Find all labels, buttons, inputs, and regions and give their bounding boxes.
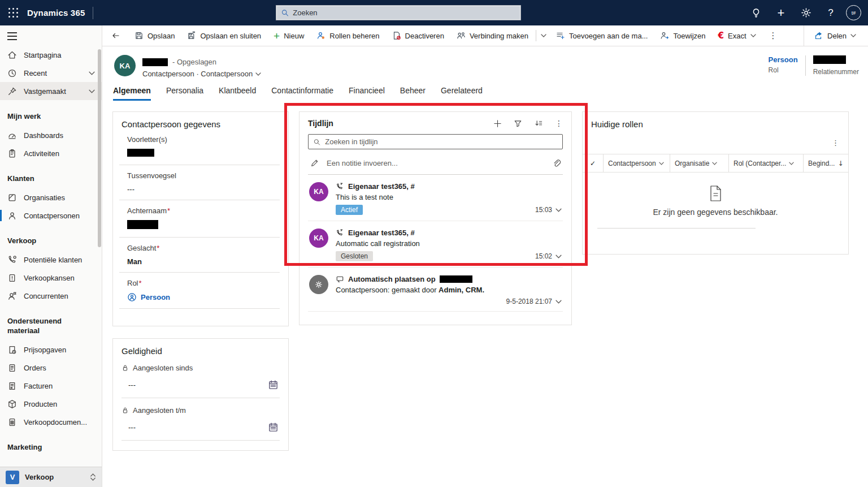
deactivate-icon xyxy=(392,31,401,40)
plus-icon: + xyxy=(274,31,280,41)
roles-more-icon[interactable]: ⋮ xyxy=(832,139,839,147)
add-icon[interactable] xyxy=(493,119,502,128)
sidebar-item-verkoopdocumenten[interactable]: Verkoopdocumen... xyxy=(0,413,102,431)
record-entity-switcher[interactable]: Contactpersoon · Contactpersoon xyxy=(142,70,261,78)
calendar-icon[interactable] xyxy=(268,380,279,390)
sidebar-item-contactpersonen[interactable]: Contactpersonen xyxy=(0,206,102,225)
overflow-menu-button[interactable]: ⋮ xyxy=(762,31,784,41)
sidebar-item-facturen[interactable]: Facturen xyxy=(0,377,102,395)
field-aangesloten-tm-label: Aangesloten t/m xyxy=(121,406,280,415)
timeline-entry-autopost[interactable]: Automatisch plaatsen op Contactpersoon: … xyxy=(308,268,563,312)
global-search-box[interactable] xyxy=(276,5,521,20)
back-button[interactable] xyxy=(102,31,128,40)
field-tussenvoegsel[interactable]: Tussenvoegsel --- xyxy=(121,171,280,193)
empty-text: Er zijn geen gegevens beschikbaar. xyxy=(583,208,848,217)
assign-button[interactable]: Toewijzen xyxy=(654,25,711,46)
entry-time-toggle[interactable]: 15:02 xyxy=(535,252,562,260)
sidebar-scrollbar[interactable] xyxy=(98,49,101,247)
chevron-down-icon xyxy=(659,162,664,165)
timeline-entry-call[interactable]: KA Eigenaar test365, # Automatic call re… xyxy=(308,221,563,268)
sidebar-item-activiteiten[interactable]: Activiteiten xyxy=(0,144,102,162)
sidebar-section-marketing: Marketing xyxy=(0,431,102,457)
save-button[interactable]: Opslaan xyxy=(128,25,181,46)
area-switcher[interactable]: V Verkoop xyxy=(0,467,102,487)
tab-beheer[interactable]: Beheer xyxy=(400,86,426,101)
manage-roles-button[interactable]: Rollen beheren xyxy=(310,25,385,46)
field-geslacht[interactable]: Geslacht* Man xyxy=(121,244,280,266)
entry-body: This is a test note xyxy=(336,193,562,201)
column-organisatie[interactable]: Organisatie xyxy=(670,154,728,172)
exact-button[interactable]: € Exact xyxy=(712,25,762,46)
sidebar-item-recent[interactable]: Recent xyxy=(0,64,102,82)
calendar-icon[interactable] xyxy=(268,422,279,433)
field-achternaam[interactable]: Achternaam* xyxy=(121,206,280,231)
sidebar-item-potentiele-klanten[interactable]: Potentiële klanten xyxy=(0,251,102,269)
sidebar-item-vastgemaakt[interactable]: Vastgemaakt xyxy=(0,82,102,100)
role-value[interactable]: Persoon xyxy=(769,55,798,64)
column-begindatum[interactable]: Begind... ↓ xyxy=(803,154,848,172)
app-title[interactable]: Dynamics 365 xyxy=(27,8,85,18)
save-and-close-button[interactable]: Opslaan en sluiten xyxy=(181,25,267,46)
tab-gerelateerd[interactable]: Gerelateerd xyxy=(441,86,483,101)
share-button[interactable]: Delen xyxy=(808,25,862,46)
plus-icon[interactable]: + xyxy=(771,3,791,23)
sidebar-item-orders[interactable]: Orders xyxy=(0,359,102,377)
column-contactpersoon[interactable]: Contactpersoon xyxy=(603,154,670,172)
main-content: KA - Opgeslagen Contactpersoon · Contact… xyxy=(102,46,868,487)
connect-button[interactable]: Verbinding maken xyxy=(450,25,535,46)
phone-gear-icon xyxy=(7,255,17,265)
timeline-more-icon[interactable]: ⋮ xyxy=(555,119,563,128)
help-icon[interactable]: ? xyxy=(821,3,840,23)
pencil-icon xyxy=(310,158,319,167)
redacted-relation-number xyxy=(813,55,846,64)
area-switcher-chevrons-icon xyxy=(90,473,96,481)
column-rol[interactable]: Rol (Contactper... xyxy=(728,154,803,172)
top-nav-actions: + ? t# xyxy=(747,3,868,23)
competitor-icon xyxy=(7,291,17,301)
timeline-search-box[interactable] xyxy=(308,134,563,149)
sidebar-collapse-button[interactable] xyxy=(0,25,23,46)
global-search-input[interactable] xyxy=(293,8,516,17)
note-entry-field[interactable]: Een notitie invoeren... xyxy=(308,155,563,175)
sidebar-item-concurrenten[interactable]: Concurrenten xyxy=(0,287,102,305)
sidebar-section-klanten: Klanten xyxy=(0,162,102,188)
manage-roles-icon xyxy=(316,31,326,40)
sidebar-item-verkoopkansen[interactable]: Verkoopkansen xyxy=(0,269,102,287)
timeline-search-input[interactable] xyxy=(325,137,558,146)
sidebar-item-organisaties[interactable]: Organisaties xyxy=(0,188,102,206)
expand-all-icon[interactable] xyxy=(534,119,543,128)
entry-time-toggle[interactable]: 9-5-2018 21:07 xyxy=(506,298,562,305)
panel-title: Huidige rollen xyxy=(583,112,848,129)
entry-body: Contactpersoon: gemaakt door Admin, CRM. xyxy=(336,286,562,294)
paperclip-icon[interactable] xyxy=(553,159,561,167)
redacted-value xyxy=(127,220,158,229)
field-voorletters[interactable]: Voorletter(s) xyxy=(121,135,280,158)
entry-time-toggle[interactable]: 15:03 xyxy=(535,206,562,214)
tab-financieel[interactable]: Financieel xyxy=(349,86,385,101)
account-avatar[interactable]: t# xyxy=(846,5,861,20)
connect-split-chevron[interactable] xyxy=(537,34,550,37)
deactivate-button[interactable]: Deactiveren xyxy=(386,25,450,46)
sidebar-item-producten[interactable]: Producten xyxy=(0,395,102,413)
sidebar-item-startpagina[interactable]: Startpagina xyxy=(0,46,102,64)
add-to-marketing-list-button[interactable]: Toevoegen aan de ma... xyxy=(550,25,654,46)
clipboard-icon xyxy=(7,149,17,158)
filter-icon[interactable] xyxy=(514,119,522,128)
sidebar-item-dashboards[interactable]: Dashboards xyxy=(0,126,102,144)
gear-icon[interactable] xyxy=(796,3,815,23)
sidebar-section-mijn-werk: Mijn werk xyxy=(0,100,102,126)
entry-title: Eigenaar test365, # xyxy=(348,182,415,191)
tab-algemeen[interactable]: Algemeen xyxy=(113,86,151,101)
tab-klantbeeld[interactable]: Klantbeeld xyxy=(219,86,256,101)
entry-avatar: KA xyxy=(309,229,328,248)
chevron-down-icon xyxy=(89,71,95,75)
role-lookup-link[interactable]: Persoon xyxy=(127,292,280,302)
tab-personalia[interactable]: Personalia xyxy=(166,86,203,101)
new-button[interactable]: + Nieuw xyxy=(267,25,310,46)
sidebar-item-prijsopgaven[interactable]: Prijsopgaven xyxy=(0,341,102,359)
app-launcher-button[interactable] xyxy=(0,0,26,25)
tab-contactinformatie[interactable]: Contactinformatie xyxy=(271,86,333,101)
lightbulb-icon[interactable] xyxy=(747,3,766,23)
timeline-entry-note[interactable]: KA Eigenaar test365, # This is a test no… xyxy=(308,175,563,221)
select-all-checkmark[interactable]: ✓ xyxy=(583,154,603,172)
